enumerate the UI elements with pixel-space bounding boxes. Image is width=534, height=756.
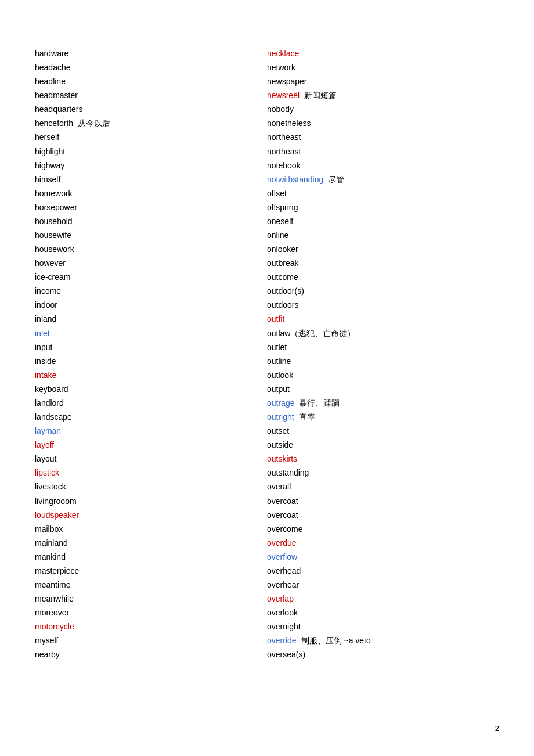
list-item: overcome [267,522,499,536]
list-item: overlap [267,592,499,606]
list-item: outrage暴行、蹂躏 [267,396,499,410]
list-item: herself [35,130,267,144]
list-item: headmaster [35,88,267,102]
list-item: overlook [267,606,499,620]
list-item: layoff [35,438,267,452]
list-item: override制服、压倒 ~a veto [267,633,499,647]
list-item: lipstick [35,466,267,480]
list-item: outline [267,354,499,368]
left-column: hardwareheadacheheadlineheadmasterheadqu… [35,46,267,661]
list-item: outdoor(s) [267,284,499,298]
list-item: outskirts [267,452,499,466]
list-item: output [267,382,499,396]
list-item: outside [267,438,499,452]
list-item: outcome [267,270,499,284]
list-item: income [35,284,267,298]
list-item: outlaw（逃犯、亡命徒） [267,326,499,340]
list-item: outright直率 [267,410,499,424]
list-item: mankind [35,550,267,564]
list-item: offspring [267,200,499,214]
list-item: highlight [35,145,267,159]
list-item: offset [267,186,499,200]
list-item: nearby [35,647,267,661]
list-item: online [267,228,499,242]
list-item: masterpiece [35,564,267,578]
list-item: intake [35,368,267,382]
list-item: meantime [35,578,267,592]
list-item: household [35,214,267,228]
list-item: overhear [267,578,499,592]
list-item: oneself [267,214,499,228]
list-item: overcoat [267,494,499,508]
list-item: moreover [35,606,267,620]
list-item: northeast [267,130,499,144]
list-item: loudspeaker [35,508,267,522]
list-item: overdue [267,536,499,550]
list-item: outlook [267,368,499,382]
right-column: necklacenetworknewspapernewsreel新闻短篇nobo… [267,46,499,661]
list-item: overhead [267,564,499,578]
list-item: input [35,340,267,354]
list-item: notebook [267,159,499,172]
list-item: mainland [35,536,267,550]
list-item: myself [35,633,267,647]
list-item: meanwhile [35,592,267,606]
list-item: ice-cream [35,270,267,284]
list-item: northeast [267,145,499,159]
list-item: hardware [35,46,267,60]
list-item: however [35,256,267,270]
list-item: layman [35,424,267,438]
list-item: onlooker [267,242,499,256]
list-item: newsreel新闻短篇 [267,88,499,102]
list-item: livestock [35,480,267,494]
list-item: landscape [35,410,267,424]
list-item: livingrooom [35,494,267,508]
list-item: housewife [35,228,267,242]
list-item: indoor [35,298,267,312]
list-item: landlord [35,396,267,410]
list-item: headquarters [35,102,267,116]
list-item: motorcycle [35,620,267,633]
list-item: outlet [267,340,499,354]
list-item: nobody [267,102,499,116]
list-item: network [267,60,499,74]
list-item: outfit [267,312,499,326]
list-item: overflow [267,550,499,564]
list-item: keyboard [35,382,267,396]
list-item: housework [35,242,267,256]
list-item: outbreak [267,256,499,270]
list-item: newspaper [267,74,499,88]
list-item: outset [267,424,499,438]
list-item: overall [267,480,499,494]
list-item: oversea(s) [267,647,499,661]
list-item: outdoors [267,298,499,312]
list-item: overnight [267,620,499,633]
list-item: inside [35,354,267,368]
list-item: notwithstanding尽管 [267,172,499,186]
list-item: inlet [35,326,267,340]
list-item: henceforth从今以后 [35,116,267,130]
list-item: necklace [267,46,499,60]
list-item: overcoat [267,508,499,522]
list-item: highway [35,159,267,172]
list-item: nonetheless [267,116,499,130]
list-item: mailbox [35,522,267,536]
list-item: outstanding [267,466,499,480]
list-item: layout [35,452,267,466]
list-item: headache [35,60,267,74]
list-item: horsepower [35,200,267,214]
list-item: homework [35,186,267,200]
list-item: himself [35,172,267,186]
list-item: inland [35,312,267,326]
list-item: headline [35,74,267,88]
main-content: hardwareheadacheheadlineheadmasterheadqu… [35,46,499,661]
